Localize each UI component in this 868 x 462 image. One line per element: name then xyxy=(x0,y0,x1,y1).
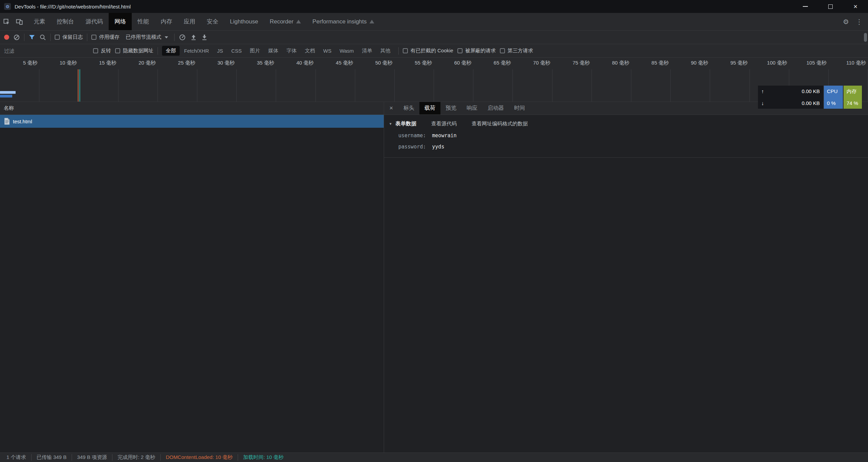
tab-performance-insights[interactable]: Performance insights xyxy=(307,13,380,30)
cpu-meter: CPU 0 % xyxy=(824,86,843,109)
timeline-tick-label: 65 毫秒 xyxy=(494,60,511,66)
minimize-icon xyxy=(803,6,808,7)
kebab-menu-icon[interactable]: ⋮ xyxy=(856,18,863,25)
timeline-tick-label: 85 毫秒 xyxy=(651,60,669,66)
scrollbar-thumb[interactable] xyxy=(864,33,867,42)
title-bar: ⚙ DevTools - file:///D:/git/note/webstro… xyxy=(0,0,868,13)
timeline-column: 60 毫秒 xyxy=(434,69,473,102)
filter-pill[interactable]: 媒体 xyxy=(265,46,282,56)
dtab-payload[interactable]: 载荷 xyxy=(419,102,440,114)
tab-security[interactable]: 安全 xyxy=(201,13,224,30)
timeline-tick-label: 105 毫秒 xyxy=(807,60,827,66)
view-source-link[interactable]: 查看源代码 xyxy=(431,121,457,127)
field-value: yyds xyxy=(432,144,444,150)
close-button[interactable]: × xyxy=(843,0,868,13)
form-data-title[interactable]: 表单数据 xyxy=(395,120,416,127)
filter-pill[interactable]: JS xyxy=(213,46,227,55)
field-key: username: xyxy=(398,132,426,139)
toolbar-divider xyxy=(87,34,87,41)
timeline-column: 85 毫秒 xyxy=(631,69,671,102)
view-urlencoded-link[interactable]: 查看网址编码格式的数据 xyxy=(472,121,528,127)
filter-pill[interactable]: 字体 xyxy=(283,46,301,56)
search-icon[interactable] xyxy=(39,34,46,41)
tab-elements[interactable]: 元素 xyxy=(28,13,51,30)
third-party-requests-checkbox[interactable]: 第三方请求 xyxy=(500,48,533,54)
memory-value: 74 % xyxy=(847,100,859,106)
timeline-column: 80 毫秒 xyxy=(592,69,631,102)
settings-gear-icon[interactable]: ⚙ xyxy=(843,18,849,25)
dtab-initiator[interactable]: 启动器 xyxy=(483,102,509,114)
preserve-log-checkbox[interactable]: 保留日志 xyxy=(55,34,83,40)
disclosure-triangle-icon[interactable]: ▼ xyxy=(389,122,392,126)
hide-data-urls-checkbox[interactable]: 隐藏数据网址 xyxy=(115,48,153,54)
tab-sources[interactable]: 源代码 xyxy=(80,13,109,30)
filter-input[interactable] xyxy=(4,48,89,54)
tab-network[interactable]: 网络 xyxy=(109,13,132,30)
inspect-element-button[interactable] xyxy=(0,13,13,30)
filter-pill[interactable]: 其他 xyxy=(377,46,394,56)
filter-funnel-icon[interactable] xyxy=(29,34,35,41)
close-detail-icon[interactable]: × xyxy=(384,105,398,112)
tab-memory[interactable]: 内存 xyxy=(155,13,178,30)
tab-performance[interactable]: 性能 xyxy=(132,13,155,30)
performance-monitor-overlay: ↑ 0.00 KB ↓ 0.00 KB CPU 0 % 内存 74 % xyxy=(758,86,862,109)
form-data-fields: username: meowrain password: yyds xyxy=(384,132,868,150)
throttling-dropdown[interactable]: 已停用节流模式 xyxy=(124,34,170,40)
filter-pill[interactable]: 清单 xyxy=(358,46,376,56)
maximize-button[interactable] xyxy=(818,0,843,13)
dtab-headers[interactable]: 标头 xyxy=(398,102,419,114)
summary-item: 加载时间: 10 毫秒 xyxy=(238,454,289,461)
filter-pill[interactable]: Fetch/XHR xyxy=(180,46,213,55)
device-toolbar-button[interactable] xyxy=(13,13,26,30)
filter-pill[interactable]: CSS xyxy=(228,46,246,55)
import-har-icon[interactable] xyxy=(190,34,197,41)
checkbox-icon xyxy=(93,48,98,53)
timeline-column: 40 毫秒 xyxy=(276,69,315,102)
summary-item: 1 个请求 xyxy=(1,454,31,461)
dtab-response[interactable]: 响应 xyxy=(462,102,483,114)
clear-network-log-icon[interactable] xyxy=(13,34,20,41)
timeline-tick-label: 5 毫秒 xyxy=(23,60,38,66)
tab-console[interactable]: 控制台 xyxy=(51,13,80,30)
dtab-preview[interactable]: 预览 xyxy=(440,102,462,114)
window-controls: × xyxy=(793,0,868,13)
table-row[interactable]: test.html xyxy=(0,115,384,128)
blocked-requests-checkbox[interactable]: 被屏蔽的请求 xyxy=(457,48,496,54)
tab-application[interactable]: 应用 xyxy=(178,13,201,30)
request-rows: test.html xyxy=(0,115,384,452)
timeline-tick-label: 25 毫秒 xyxy=(178,60,195,66)
name-column-header[interactable]: 名称 xyxy=(0,102,384,115)
chevron-down-icon xyxy=(165,36,168,38)
export-har-icon[interactable] xyxy=(201,34,208,41)
blocked-cookies-label: 有已拦截的 Cookie xyxy=(411,48,453,54)
record-network-log-button[interactable] xyxy=(4,35,9,40)
timeline-column: 70 毫秒 xyxy=(513,69,552,102)
blocked-cookies-checkbox[interactable]: 有已拦截的 Cookie xyxy=(403,48,453,54)
field-key: password: xyxy=(398,144,426,150)
document-icon xyxy=(4,118,10,125)
filter-pill[interactable]: 全部 xyxy=(162,46,180,56)
minimize-button[interactable] xyxy=(793,0,818,13)
timeline-grid: 5 毫秒 10 毫秒 15 毫秒 20 毫秒 25 毫秒 xyxy=(0,58,868,102)
disable-cache-label: 停用缓存 xyxy=(99,34,120,40)
network-main-area: 名称 test.html × 标头 载荷 xyxy=(0,102,868,452)
disable-cache-checkbox[interactable]: 停用缓存 xyxy=(91,34,120,40)
network-overview-timeline[interactable]: 5 毫秒 10 毫秒 15 毫秒 20 毫秒 25 毫秒 xyxy=(0,58,868,102)
tab-recorder[interactable]: Recorder xyxy=(264,13,307,30)
filter-pill[interactable]: 图片 xyxy=(246,46,264,56)
filter-pill[interactable]: WS xyxy=(320,46,335,55)
toolbar-divider xyxy=(158,47,158,55)
filter-pill[interactable]: Wasm xyxy=(336,46,358,55)
invert-filter-checkbox[interactable]: 反转 xyxy=(93,48,111,54)
tab-lighthouse[interactable]: Lighthouse xyxy=(224,13,264,30)
timeline-tick-label: 90 毫秒 xyxy=(691,60,708,66)
network-conditions-icon[interactable] xyxy=(179,34,186,41)
summary-item: 已传输 349 B xyxy=(31,454,72,461)
dtab-timing[interactable]: 时间 xyxy=(509,102,530,114)
memory-meter: 内存 74 % xyxy=(844,86,862,109)
filter-pill[interactable]: 文档 xyxy=(301,46,319,56)
blocked-requests-label: 被屏蔽的请求 xyxy=(465,48,496,54)
inspect-icon xyxy=(3,18,10,25)
cpu-value: 0 % xyxy=(827,100,840,106)
preview-feature-icon xyxy=(296,20,301,23)
